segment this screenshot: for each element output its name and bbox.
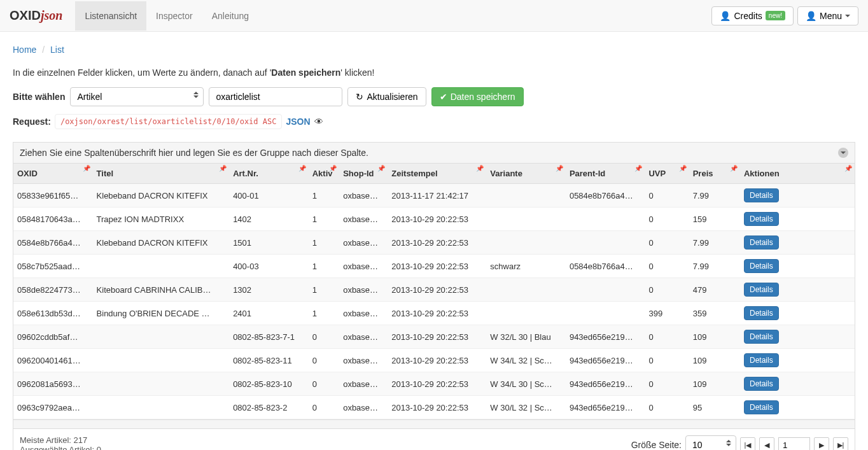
pager-prev[interactable]: ◀	[759, 437, 774, 450]
table-cell[interactable]: 05833e961f65…	[13, 184, 93, 207]
pin-icon[interactable]: 📌	[329, 165, 337, 172]
refresh-button[interactable]: ↻ Aktualisieren	[347, 87, 426, 106]
table-cell[interactable]: 0584e8b766a4…	[566, 184, 645, 207]
table-cell[interactable]: 0802-85-823-11	[229, 349, 309, 372]
table-cell[interactable]: oxbase…	[339, 396, 388, 419]
table-cell[interactable]: 2013-10-29 20:22:53	[388, 255, 486, 278]
table-cell[interactable]: 1402	[229, 207, 309, 231]
breadcrumb-home[interactable]: Home	[13, 45, 36, 55]
pin-icon[interactable]: 📌	[730, 165, 738, 172]
pin-icon[interactable]: 📌	[476, 165, 484, 172]
column-header[interactable]: Titel📌	[93, 164, 230, 184]
table-cell[interactable]: oxbase…	[339, 372, 388, 396]
table-cell[interactable]: oxbase…	[339, 302, 388, 325]
table-cell[interactable]	[93, 396, 230, 419]
table-row[interactable]: 058de8224773…Kiteboard CABRINHA CALIB…13…	[13, 278, 855, 302]
table-cell[interactable]: 1	[309, 184, 339, 207]
tab-inspector[interactable]: Inspector	[146, 1, 202, 31]
table-cell[interactable]: 359	[689, 302, 740, 325]
table-cell[interactable]: 2013-10-29 20:22:53	[388, 207, 486, 231]
table-cell[interactable]: 0584e8b766a4…	[13, 231, 93, 255]
column-header[interactable]: Aktionen📌	[740, 164, 855, 184]
table-cell[interactable]: 0584e8b766a4…	[566, 255, 645, 278]
table-cell[interactable]: 95	[689, 396, 740, 419]
tab-listenansicht[interactable]: Listenansicht	[75, 1, 146, 31]
table-cell[interactable]: 0	[645, 255, 689, 278]
table-cell[interactable]: 0802-85-823-2	[229, 396, 309, 419]
menu-button[interactable]: 👤 Menu	[797, 6, 858, 25]
entity-select[interactable]: Artikel	[70, 87, 204, 106]
pager-first[interactable]: |◀	[740, 437, 755, 450]
table-cell[interactable]: oxbase…	[339, 184, 388, 207]
details-button[interactable]: Details	[744, 236, 779, 250]
table-cell[interactable]: 1302	[229, 278, 309, 302]
table-cell[interactable]: 058de8224773…	[13, 278, 93, 302]
table-cell[interactable]	[486, 302, 566, 325]
list-name-input[interactable]	[209, 87, 342, 106]
table-cell[interactable]: 2013-10-29 20:22:53	[388, 349, 486, 372]
table-cell[interactable]: 0	[645, 349, 689, 372]
table-cell[interactable]: Klebeband DACRON KITEFIX	[93, 231, 230, 255]
tab-anleitung[interactable]: Anleitung	[202, 1, 258, 31]
table-cell[interactable]: oxbase…	[339, 349, 388, 372]
table-cell[interactable]: 1501	[229, 231, 309, 255]
table-cell[interactable]: 943ed656e219…	[566, 349, 645, 372]
table-cell[interactable]: 7.99	[689, 231, 740, 255]
table-row[interactable]: 058e613db53d…Bindung O'BRIEN DECADE …240…	[13, 302, 855, 325]
pin-icon[interactable]: 📌	[298, 165, 306, 172]
table-cell[interactable]: Klebeband DACRON KITEFIX	[93, 184, 230, 207]
table-cell[interactable]: 0	[309, 325, 339, 349]
table-cell[interactable]	[486, 207, 566, 231]
details-button[interactable]: Details	[744, 400, 779, 414]
table-cell[interactable]: oxbase…	[339, 207, 388, 231]
table-cell[interactable]: 09602cddb5af…	[13, 325, 93, 349]
table-cell[interactable]: 7.99	[689, 184, 740, 207]
table-row[interactable]: 0963c9792aea…0802-85-823-20oxbase…2013-1…	[13, 396, 855, 419]
table-cell[interactable]: Bindung O'BRIEN DECADE …	[93, 302, 230, 325]
details-button[interactable]: Details	[744, 306, 779, 320]
pager-last[interactable]: ▶|	[833, 437, 848, 450]
table-cell[interactable]	[93, 349, 230, 372]
table-cell[interactable]: 1	[309, 278, 339, 302]
details-button[interactable]: Details	[744, 188, 779, 202]
column-header[interactable]: UVP📌	[645, 164, 689, 184]
table-cell[interactable]: 400-03	[229, 255, 309, 278]
table-cell[interactable]	[566, 302, 645, 325]
table-cell[interactable]: 058c7b525aad…	[13, 255, 93, 278]
table-row[interactable]: 05848170643a…Trapez ION MADTRIXX14021oxb…	[13, 207, 855, 231]
table-cell[interactable]: 1	[309, 231, 339, 255]
table-cell[interactable]	[566, 231, 645, 255]
table-cell[interactable]: 7.99	[689, 255, 740, 278]
table-cell[interactable]: 0	[645, 231, 689, 255]
table-cell[interactable]: 0	[645, 184, 689, 207]
table-cell[interactable]: 0	[645, 278, 689, 302]
table-cell[interactable]: 2013-10-29 20:22:53	[388, 278, 486, 302]
table-cell[interactable]: 109	[689, 349, 740, 372]
table-cell[interactable]: 058e613db53d…	[13, 302, 93, 325]
table-cell[interactable]: 479	[689, 278, 740, 302]
table-cell[interactable]: 2013-10-29 20:22:53	[388, 396, 486, 419]
pin-icon[interactable]: 📌	[844, 165, 852, 172]
details-button[interactable]: Details	[744, 259, 779, 273]
details-button[interactable]: Details	[744, 330, 779, 344]
table-cell[interactable]: 1	[309, 207, 339, 231]
table-cell[interactable]: schwarz	[486, 255, 566, 278]
details-button[interactable]: Details	[744, 212, 779, 226]
table-cell[interactable]	[486, 278, 566, 302]
table-cell[interactable]: 0962081a5693…	[13, 372, 93, 396]
table-cell[interactable]	[486, 184, 566, 207]
table-cell[interactable]	[93, 255, 230, 278]
table-row[interactable]: 0584e8b766a4…Klebeband DACRON KITEFIX150…	[13, 231, 855, 255]
table-row[interactable]: 096200401461…0802-85-823-110oxbase…2013-…	[13, 349, 855, 372]
table-cell[interactable]: 943ed656e219…	[566, 325, 645, 349]
table-cell[interactable]: 0	[309, 349, 339, 372]
collapse-icon[interactable]	[838, 148, 848, 158]
table-cell[interactable]: oxbase…	[339, 255, 388, 278]
column-header[interactable]: Preis📌	[689, 164, 740, 184]
table-cell[interactable]: 05848170643a…	[13, 207, 93, 231]
table-cell[interactable]: 2401	[229, 302, 309, 325]
table-cell[interactable]: 159	[689, 207, 740, 231]
page-input[interactable]	[778, 437, 810, 450]
table-cell[interactable]: 1	[309, 255, 339, 278]
table-row[interactable]: 0962081a5693…0802-85-823-100oxbase…2013-…	[13, 372, 855, 396]
